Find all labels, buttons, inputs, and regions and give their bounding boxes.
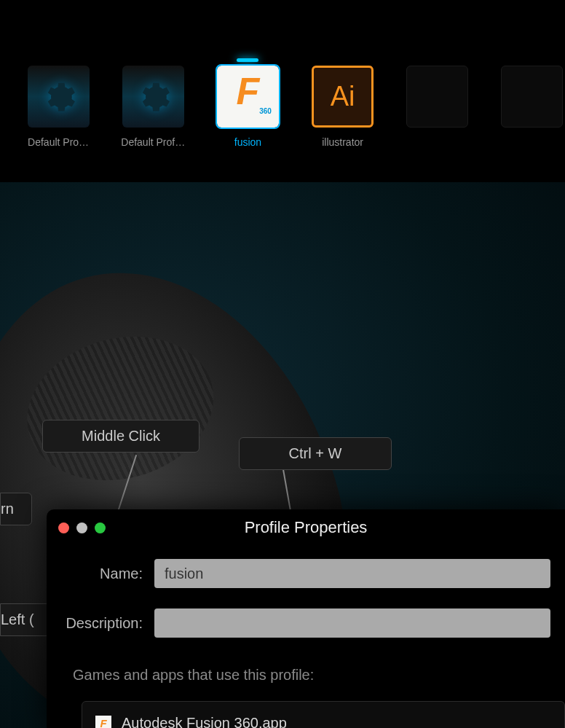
dialog-titlebar[interactable]: Profile Properties [47,509,565,546]
name-label: Name: [61,565,154,582]
profile-label: Default Prof… [120,136,186,148]
binding-left-click[interactable]: Left ( [0,603,52,636]
mouse-config-area: Middle Click Ctrl + W rn Left ( Le Profi… [0,182,565,728]
gear-icon [122,66,184,128]
empty-slot-icon [406,66,468,128]
binding-partial-rn[interactable]: rn [0,493,32,525]
empty-slot-icon [501,66,563,128]
profile-item-empty-2[interactable] [499,66,565,182]
profile-item-fusion[interactable]: F 360 fusion [215,66,280,182]
description-input[interactable] [154,608,550,638]
app-row[interactable]: F Autodesk Fusion 360.app [95,715,551,728]
fusion-icon: F 360 [217,66,279,128]
profile-label: illustrator [310,136,376,148]
illustrator-icon: Ai [312,66,374,128]
binding-ctrl-w[interactable]: Ctrl + W [239,437,392,470]
profile-item-default-1[interactable]: Default Pro… [25,66,91,182]
description-row: Description: [61,608,550,638]
name-row: Name: [61,559,550,588]
profile-item-illustrator[interactable]: Ai illustrator [310,66,376,182]
profile-bar: Default Pro… Default Prof… F 360 fusion … [0,0,565,182]
profile-label: Default Pro… [25,136,91,148]
apps-section-label: Games and apps that use this profile: [73,667,565,684]
gear-icon [28,66,90,128]
minimize-button[interactable] [76,522,87,533]
close-button[interactable] [58,522,69,533]
maximize-button[interactable] [95,522,106,533]
profile-label: fusion [215,136,280,148]
binding-middle-click[interactable]: Middle Click [42,420,199,453]
traffic-lights [58,522,106,533]
fusion-icon: F [95,716,111,729]
description-label: Description: [61,615,154,632]
name-input[interactable] [154,559,550,588]
profile-item-default-2[interactable]: Default Prof… [120,66,186,182]
app-name: Autodesk Fusion 360.app [122,715,287,728]
profile-properties-dialog: Profile Properties Name: Description: Ga… [47,509,565,728]
dialog-title: Profile Properties [47,518,565,537]
apps-list[interactable]: F Autodesk Fusion 360.app [82,701,565,728]
profile-item-empty-1[interactable] [405,66,470,182]
